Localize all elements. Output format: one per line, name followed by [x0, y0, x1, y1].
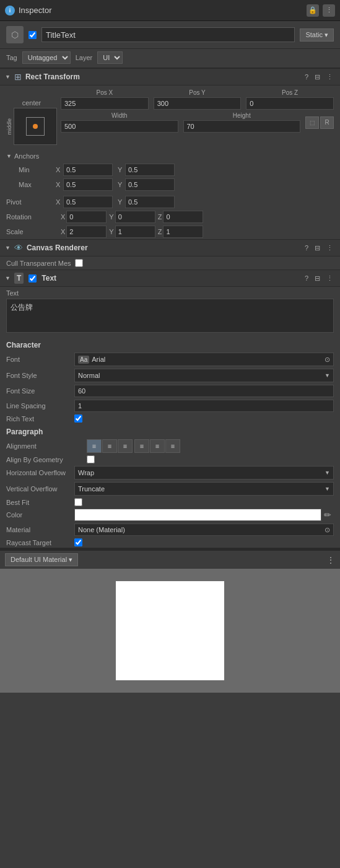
vertical-overflow-row: Vertical Overflow Truncate ▼	[0, 481, 340, 497]
object-active-checkbox[interactable]	[28, 31, 37, 39]
tag-select[interactable]: Untagged	[22, 51, 71, 64]
anchor-max-x-input[interactable]	[63, 178, 113, 191]
pos-y-input[interactable]	[154, 97, 242, 110]
blueprint-button[interactable]: ⬚	[305, 116, 319, 129]
rotation-y-input[interactable]	[115, 211, 155, 223]
pos-x-input[interactable]	[61, 97, 149, 110]
raycast-checkbox[interactable]	[74, 538, 82, 546]
rotation-z-input[interactable]	[163, 211, 203, 223]
text-component-icon: T	[14, 273, 24, 284]
rotation-fields: X Y Z	[61, 211, 334, 223]
canvas-renderer-title: Canvas Renderer	[27, 243, 299, 252]
r-button[interactable]: R	[320, 116, 334, 129]
layer-label: Layer	[76, 54, 93, 61]
canvas-more-button[interactable]: ⋮	[325, 243, 335, 253]
rect-transform-fields: center middle Pos X Pos Y	[0, 85, 340, 149]
text-enabled-checkbox[interactable]	[28, 274, 37, 283]
rect-transform-toggle[interactable]: ▼	[5, 74, 11, 80]
scale-y-input[interactable]	[115, 226, 155, 238]
align-left-top-button[interactable]: ≡	[87, 439, 102, 453]
anchor-max-label: Max	[19, 181, 56, 188]
text-help-button[interactable]: ?	[303, 274, 310, 283]
line-spacing-input[interactable]	[74, 400, 334, 412]
font-size-label: Font Size	[6, 387, 74, 395]
text-settings-button[interactable]: ⊟	[313, 274, 322, 283]
v-overflow-dropdown[interactable]: Truncate ▼	[74, 482, 334, 496]
rich-text-label: Rich Text	[6, 415, 74, 423]
pivot-x-input[interactable]	[63, 196, 113, 208]
alignment-buttons: ≡ ≡ ≡ ≡ ≡ ≡	[87, 439, 180, 453]
cull-checkbox[interactable]	[75, 259, 83, 267]
text-textarea[interactable]: 公告牌	[6, 299, 334, 333]
color-swatch[interactable]	[74, 509, 321, 521]
cull-row: Cull Transparent Mes	[0, 256, 340, 270]
object-header: ⬡ Static ▾	[0, 21, 340, 49]
anchor-min-y-input[interactable]	[125, 164, 175, 176]
object-name-input[interactable]	[41, 27, 295, 42]
color-picker-button[interactable]: ✏	[321, 510, 334, 520]
pivot-y-input[interactable]	[125, 196, 175, 208]
more-button[interactable]: ⋮	[323, 4, 335, 17]
rect-help-button[interactable]: ?	[303, 72, 310, 82]
h-overflow-label: Horizontal Overflow	[6, 469, 74, 476]
rect-transform-icon: ⊞	[14, 72, 22, 82]
scale-z-input[interactable]	[163, 226, 203, 238]
align-left-mid-button[interactable]: ≡	[134, 439, 149, 453]
text-more-button[interactable]: ⋮	[325, 274, 335, 283]
lock-button[interactable]: 🔒	[307, 4, 319, 17]
line-spacing-row: Line Spacing	[0, 398, 340, 413]
material-row: Material None (Material) ⊙	[0, 522, 340, 537]
font-style-row: Font Style Normal ▼	[0, 367, 340, 384]
align-center-mid-button[interactable]: ≡	[150, 439, 165, 453]
alignment-label: Alignment	[6, 442, 87, 450]
scale-x-input[interactable]	[66, 226, 107, 238]
preview-area	[0, 569, 340, 693]
best-fit-checkbox[interactable]	[74, 498, 82, 506]
default-material-button[interactable]: Default UI Material ▾	[5, 553, 78, 566]
height-input[interactable]	[183, 120, 301, 133]
rect-settings-button[interactable]: ⊟	[313, 72, 322, 82]
character-label: Character	[0, 337, 340, 351]
align-right-top-button[interactable]: ≡	[118, 439, 133, 453]
font-target-icon: ⊙	[325, 356, 330, 364]
font-style-label: Font Style	[6, 372, 74, 379]
h-overflow-dropdown[interactable]: Wrap ▼	[74, 466, 334, 480]
anchors-toggle[interactable]: ▼	[6, 153, 12, 159]
color-label: Color	[6, 511, 74, 519]
canvas-help-button[interactable]: ?	[303, 243, 310, 253]
pos-y-label: Pos Y	[154, 89, 242, 96]
rect-more-button[interactable]: ⋮	[325, 72, 335, 82]
font-aa-icon: Aa	[78, 356, 89, 364]
width-input[interactable]	[61, 120, 178, 133]
text-toggle[interactable]: ▼	[5, 275, 11, 281]
rotation-x-input[interactable]	[66, 211, 107, 223]
canvas-renderer-toggle[interactable]: ▼	[5, 245, 11, 251]
transform-inner	[26, 117, 45, 136]
font-style-dropdown[interactable]: Normal ▼	[74, 369, 334, 382]
font-size-input[interactable]	[74, 385, 334, 397]
align-center-top-button[interactable]: ≡	[102, 439, 117, 453]
bottom-more-button[interactable]: ⋮	[326, 555, 335, 565]
pos-z-input[interactable]	[246, 97, 334, 110]
middle-label: middle	[6, 118, 12, 135]
pivot-fields: X Y	[56, 196, 175, 208]
rotation-label: Rotation	[6, 213, 56, 221]
object-icon: ⬡	[6, 26, 24, 43]
top-bar-actions: 🔒 ⋮	[307, 4, 335, 17]
text-component-title: Text	[41, 274, 299, 283]
layer-select[interactable]: UI	[97, 51, 123, 64]
align-by-geometry-checkbox[interactable]	[87, 455, 95, 463]
height-label: Height	[183, 112, 301, 119]
anchor-max-y-input[interactable]	[125, 178, 175, 191]
align-right-mid-button[interactable]: ≡	[165, 439, 180, 453]
static-button[interactable]: Static ▾	[300, 28, 334, 42]
material-field[interactable]: None (Material) ⊙	[74, 524, 334, 536]
anchor-min-x-input[interactable]	[63, 164, 113, 176]
font-label: Font	[6, 356, 74, 363]
align-by-geometry-label: Align By Geometry	[6, 456, 87, 463]
canvas-settings-button[interactable]: ⊟	[313, 243, 322, 253]
rich-text-checkbox[interactable]	[74, 414, 82, 423]
font-field[interactable]: Aa Arial ⊙	[74, 353, 334, 366]
canvas-renderer-actions: ? ⊟ ⋮	[303, 243, 335, 253]
tag-label: Tag	[6, 54, 17, 61]
